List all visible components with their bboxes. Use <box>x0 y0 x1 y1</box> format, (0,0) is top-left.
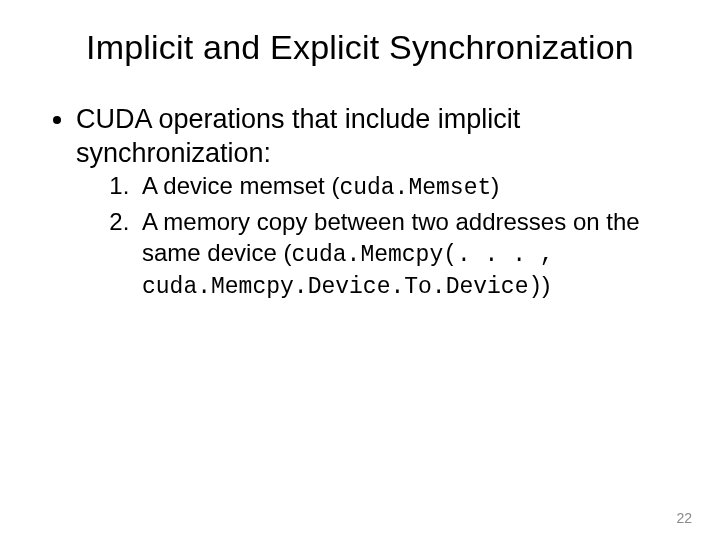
item-text-b: ) <box>542 271 550 298</box>
page-number: 22 <box>676 510 692 526</box>
list-item: A memory copy between two addresses on t… <box>136 207 672 303</box>
item-text-a: A device memset ( <box>142 172 339 199</box>
item-text-b: ) <box>491 172 499 199</box>
item-code: cuda.Memset <box>339 175 491 201</box>
bullet-text: CUDA operations that include implicit sy… <box>76 104 520 168</box>
list-item: A device memset (cuda.Memset) <box>136 171 672 203</box>
bullet-list: CUDA operations that include implicit sy… <box>48 103 672 303</box>
numbered-list: A device memset (cuda.Memset) A memory c… <box>76 171 672 303</box>
slide: Implicit and Explicit Synchronization CU… <box>0 0 720 540</box>
slide-title: Implicit and Explicit Synchronization <box>48 28 672 67</box>
bullet-item: CUDA operations that include implicit sy… <box>76 103 672 303</box>
